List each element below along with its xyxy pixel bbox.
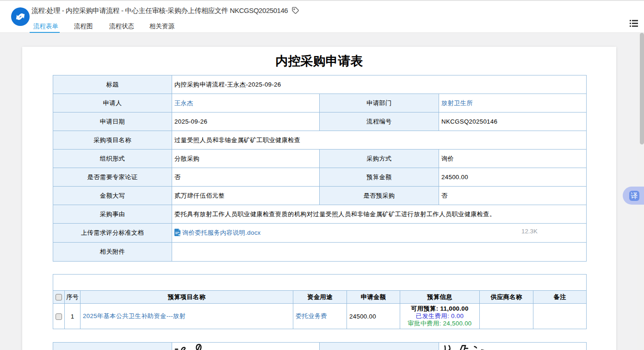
svg-text:W: W [179,233,181,236]
